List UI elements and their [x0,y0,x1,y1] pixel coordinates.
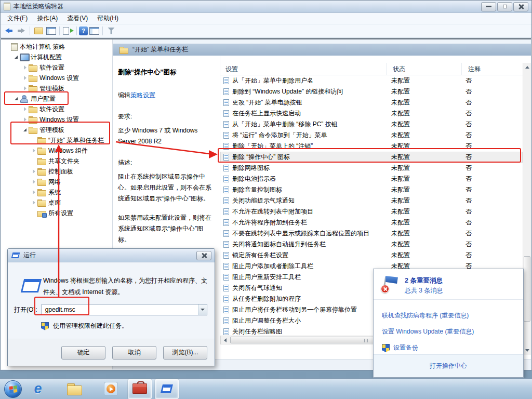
expand-open-icon[interactable] [13,96,19,102]
edit-policy-link[interactable]: 策略设置 [130,91,155,99]
tree-item[interactable]: 管理模板 [1,83,112,94]
menu-action[interactable]: 操作(A) [32,12,62,24]
list-row[interactable]: 不允许将程序附加到任务栏未配置否 [220,217,523,228]
expand-closed-icon[interactable] [31,168,37,175]
expand-closed-icon[interactable] [31,179,37,185]
important-messages-count: 2 条重要消息 [405,276,443,286]
edit-prefix: 编辑 [118,91,130,99]
expand-closed-icon[interactable] [22,85,28,91]
taskbar-run-button[interactable] [155,379,179,399]
tree-item[interactable]: 软件设置 [1,62,112,73]
help-icon[interactable]: ? [79,26,88,35]
tree-item[interactable]: 共享文件夹 [1,156,112,166]
filter-icon[interactable] [105,25,117,36]
tree-item[interactable]: 管理模板 [1,125,112,135]
console-window-icon[interactable] [45,25,57,36]
tree-item[interactable]: 桌面 [1,197,112,208]
policy-doc-icon [223,296,229,302]
list-row[interactable]: 关闭功能提示气球通知未配置否 [220,195,523,206]
back-icon[interactable] [3,25,15,36]
toolbox-icon [132,383,147,394]
list-row[interactable]: 在任务栏上显示快速启动未配置否 [220,108,523,119]
menu-file[interactable]: 文件(F) [3,12,32,24]
expand-closed-icon[interactable] [31,200,37,206]
window-titlebar[interactable]: 本地组策略编辑器 [1,1,531,13]
taskbar-wmp-button[interactable] [99,379,123,399]
list-row[interactable]: 不要在跳转列表中显示或跟踪来自远程位置的项目未配置否 [220,228,523,239]
up-folder-icon[interactable] [32,25,45,36]
minimize-button[interactable] [481,2,496,11]
console-window2-icon[interactable] [88,25,100,36]
list-row[interactable]: 更改 “开始” 菜单电源按钮未配置否 [220,97,523,108]
run-close-button[interactable] [196,251,211,260]
ok-button[interactable]: 确定 [61,346,105,360]
list-row[interactable]: 删除「开始」菜单上的 “注销”未配置否 [220,141,523,152]
setting-name: 阻止用户调整任务栏大小 [220,316,386,325]
tree-item[interactable]: Windows 设置 [1,73,112,83]
tree-item[interactable]: 用户配置 [1,94,112,104]
forward-icon[interactable] [15,25,28,36]
menu-help[interactable]: 帮助(H) [92,12,123,24]
uac-shield-icon [41,322,49,330]
cancel-button[interactable]: 取消 [112,346,156,360]
tree-item[interactable]: Windows 组件 [1,145,112,156]
list-row[interactable]: 锁定所有任务栏设置未配置否 [220,250,523,261]
list-row[interactable]: 删除到 “Windows Update” 的链接和访问未配置否 [220,86,523,97]
tree-item[interactable]: 网络 [1,177,112,187]
tree-item[interactable]: 软件设置 [1,104,112,114]
action-center-item: 设置备份 [382,343,523,352]
tree-item[interactable]: 本地计算机 策略 [1,42,112,52]
setting-name-text: 将 “运行” 命令添加到「开始」菜单 [232,131,327,140]
scroll-down-button[interactable] [523,346,531,355]
tree-item[interactable]: Windows 设置 [1,114,112,125]
open-combobox[interactable]: gpedit.msc [42,304,207,315]
expand-open-icon[interactable] [13,54,19,60]
column-header[interactable]: 状态 [386,63,461,75]
export-list-icon[interactable] [62,25,74,36]
expand-closed-icon[interactable] [31,189,37,195]
start-button[interactable] [4,380,22,398]
expand-closed-icon[interactable] [31,148,37,154]
list-row[interactable]: 从「开始」菜单中删除 “移除 PC” 按钮未配置否 [220,119,523,130]
scroll-left-button[interactable] [221,336,230,344]
list-row[interactable]: 删除 “操作中心” 图标未配置否 [220,152,523,163]
open-action-center-link[interactable]: 打开操作中心 [374,354,523,377]
expand-closed-icon[interactable] [22,64,28,71]
list-row[interactable]: 删除网络图标未配置否 [220,163,523,174]
action-center-link[interactable]: 设置 Windows Update (重要信息) [382,327,474,336]
expand-open-icon[interactable] [22,127,28,133]
list-row[interactable]: 关闭将通知图标自动提升到任务栏未配置否 [220,239,523,250]
list-row[interactable]: 不允许在跳转列表中附加项目未配置否 [220,206,523,217]
list-row[interactable]: 将 “运行” 命令添加到「开始」菜单未配置否 [220,130,523,141]
action-center-link[interactable]: 联机查找防病毒程序 (重要信息) [382,311,469,320]
open-input-value[interactable]: gpedit.msc [42,306,198,313]
vertical-scrollbar[interactable] [523,63,531,355]
taskbar-ie-button[interactable]: e [26,379,50,399]
list-row[interactable]: 从「开始」菜单中删除用户名未配置否 [220,75,523,86]
restore-button[interactable] [497,2,512,11]
taskbar-explorer-button[interactable] [62,379,86,399]
list-row[interactable]: 删除音量控制图标未配置否 [220,184,523,195]
tree-item[interactable]: 所有设置 [1,208,112,218]
tree-item[interactable]: 系统 [1,187,112,197]
action-center-summary: 2 条重要消息 总共 3 条消息 [405,276,443,295]
taskbar-gpedit-button[interactable] [128,379,152,399]
scroll-up-button[interactable] [523,63,531,72]
vertical-scroll-thumb[interactable] [524,256,530,322]
browse-button[interactable]: 浏览(B)... [163,346,207,360]
menu-view[interactable]: 查看(V) [62,12,92,24]
internet-explorer-icon: e [34,382,42,396]
run-dialog-titlebar[interactable]: 运行 [8,249,215,262]
tree-item[interactable]: “开始” 菜单和任务栏 [1,135,112,145]
column-header[interactable]: 注释 [461,63,523,75]
combo-dropdown-button[interactable] [198,304,207,315]
expand-closed-icon[interactable] [22,106,28,112]
action-center-link[interactable]: 设置备份 [393,343,418,352]
tree-item[interactable]: 计算机配置 [1,52,112,62]
expand-closed-icon[interactable] [22,116,28,123]
expand-closed-icon[interactable] [22,75,28,81]
close-button[interactable] [513,2,528,11]
list-row[interactable]: 删除电池指示器未配置否 [220,174,523,184]
tree-item[interactable]: 控制面板 [1,166,112,177]
column-header[interactable]: 设置 [220,63,386,75]
